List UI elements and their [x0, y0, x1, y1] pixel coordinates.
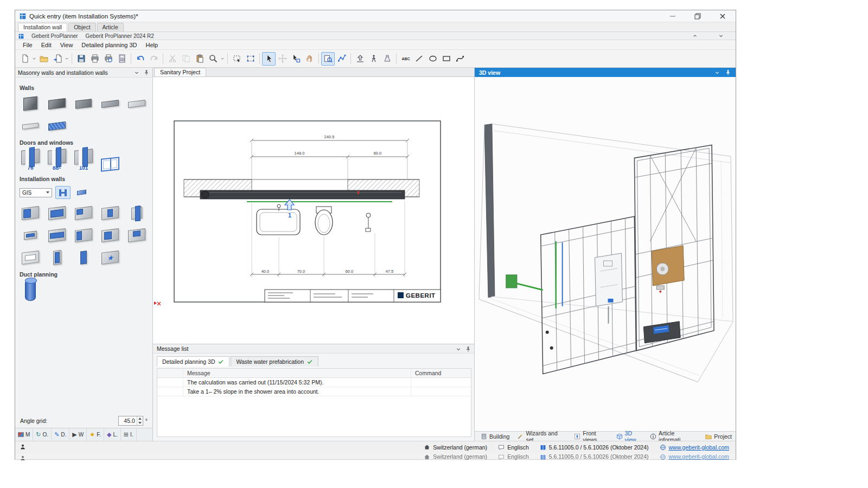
- palette-item-i4[interactable]: [99, 204, 121, 222]
- message-list-dropdown-icon[interactable]: [455, 345, 462, 352]
- palette-tab-m[interactable]: M: [15, 428, 33, 441]
- table-row[interactable]: Take a 1– 2% slope in the shower area in…: [157, 387, 471, 396]
- angle-grid-input[interactable]: 45.0: [118, 416, 143, 426]
- palette-item-door-76[interactable]: 76: [20, 150, 41, 171]
- view3d-dropdown-icon[interactable]: [714, 69, 720, 76]
- open-folder-button[interactable]: [37, 52, 50, 66]
- palette-tab-f[interactable]: ★F.: [87, 428, 104, 441]
- draw-curve-button[interactable]: [453, 52, 467, 66]
- undo-button[interactable]: [133, 52, 147, 66]
- palette-item-i8[interactable]: [73, 227, 94, 244]
- elevation-button[interactable]: [353, 52, 367, 66]
- palette-item-magic[interactable]: ★: [99, 249, 121, 266]
- palette-item-bluehatch[interactable]: [46, 117, 68, 134]
- print-preview-button[interactable]: [101, 52, 115, 66]
- palette-tab-o[interactable]: ↻O.: [33, 428, 52, 441]
- zoom-dropdown[interactable]: [220, 52, 225, 66]
- selection-dashed-button[interactable]: [230, 52, 244, 66]
- palette-item-panel[interactable]: [99, 95, 121, 112]
- palette-item-i10[interactable]: [126, 227, 148, 244]
- gis-combo[interactable]: GIS: [20, 188, 52, 197]
- angle-grid-down-button[interactable]: [137, 421, 143, 425]
- palette-tab-i[interactable]: ⊞I.: [121, 428, 137, 441]
- palette-tab-l[interactable]: ◆L.: [104, 428, 121, 441]
- palette-item-i13[interactable]: [73, 249, 94, 266]
- palette-tab-w[interactable]: ▶W: [69, 428, 87, 441]
- copy-button[interactable]: [179, 52, 193, 66]
- draw-ellipse-button[interactable]: [426, 52, 439, 66]
- move-button[interactable]: [276, 52, 289, 66]
- select-object-button[interactable]: [289, 52, 303, 66]
- document-tab[interactable]: Sanitary Project: [154, 68, 206, 76]
- palette-item-cube[interactable]: [20, 95, 41, 112]
- window-minimize-button[interactable]: [667, 12, 678, 21]
- menu-help[interactable]: Help: [142, 41, 163, 49]
- window-restore-button[interactable]: [692, 12, 703, 21]
- install-view-profile-button[interactable]: [55, 186, 71, 199]
- palette-item-panel2[interactable]: [126, 95, 148, 112]
- import-document-dropdown[interactable]: [64, 52, 69, 66]
- fitting-button[interactable]: [380, 52, 394, 66]
- view-tab-article-informati[interactable]: Article informati...: [646, 432, 701, 441]
- ribbon-expand-button[interactable]: [712, 33, 730, 39]
- user-icon[interactable]: [20, 443, 26, 450]
- palette-item-i11[interactable]: [20, 249, 41, 266]
- cursor-select-button[interactable]: [262, 52, 276, 66]
- paste-button[interactable]: [193, 52, 206, 66]
- palette-item-i1[interactable]: [20, 204, 41, 222]
- angle-grid-up-button[interactable]: [137, 416, 143, 421]
- palette-item-slab[interactable]: [46, 95, 68, 112]
- redo-button[interactable]: [147, 52, 161, 66]
- menu-file[interactable]: File: [18, 41, 37, 49]
- menu-edit[interactable]: Edit: [37, 41, 56, 49]
- table-row[interactable]: The calculation was carried out (11/15/2…: [157, 378, 471, 387]
- view3d-canvas[interactable]: [475, 77, 736, 431]
- palette-item-i2[interactable]: [46, 204, 68, 222]
- view-tab-front-views[interactable]: Front views: [570, 432, 612, 441]
- view-tab-wizards-and-set[interactable]: Wizards and set...: [513, 432, 570, 441]
- tab-article[interactable]: Article: [97, 23, 124, 31]
- pan-hand-button[interactable]: [303, 52, 316, 66]
- print-button[interactable]: [88, 52, 101, 66]
- drawing-canvas[interactable]: 240.5 148.0 60.0: [153, 77, 475, 344]
- palette-pin-icon[interactable]: [143, 69, 150, 76]
- view-tab-project[interactable]: Project: [701, 432, 736, 441]
- cut-button[interactable]: [165, 52, 179, 66]
- palette-item-duct[interactable]: [20, 281, 41, 299]
- window-close-button[interactable]: [717, 12, 728, 21]
- palette-item-i3[interactable]: [73, 204, 94, 222]
- zoom-button[interactable]: [206, 52, 220, 66]
- polyline-edit-button[interactable]: [335, 52, 348, 66]
- new-document-dropdown[interactable]: [31, 52, 37, 66]
- palette-tab-d[interactable]: ✎D.: [52, 428, 69, 441]
- palette-item-i6[interactable]: [20, 227, 41, 244]
- text-abc-button[interactable]: ABC: [399, 52, 412, 66]
- palette-item-i12[interactable]: [46, 249, 68, 266]
- palette-item-door-101[interactable]: 101: [73, 150, 94, 171]
- selection-frame-button[interactable]: [244, 52, 257, 66]
- tab-object[interactable]: Object: [68, 23, 95, 31]
- message-list-pin-icon[interactable]: [465, 345, 471, 352]
- install-view-slab-button[interactable]: [74, 186, 89, 199]
- palette-item-i7[interactable]: [46, 227, 68, 244]
- draw-rectangle-button[interactable]: [439, 52, 453, 66]
- palette-dropdown-icon[interactable]: [133, 69, 140, 76]
- message-tab-detailed-planning-3d[interactable]: Detailed planning 3D: [157, 356, 229, 367]
- palette-item-flat[interactable]: [20, 117, 41, 134]
- palette-item-door-88[interactable]: 88⁵: [46, 150, 68, 171]
- ribbon-collapse-button[interactable]: [686, 33, 704, 39]
- draw-line-button[interactable]: [412, 52, 426, 66]
- palette-item-slab2[interactable]: [73, 95, 94, 112]
- walkthrough-button[interactable]: [367, 52, 380, 66]
- tab-installation-wall[interactable]: Installation wall: [18, 23, 67, 31]
- zoom-detail-button[interactable]: [321, 52, 335, 66]
- view3d-pin-icon[interactable]: [725, 69, 731, 76]
- palette-item-i5[interactable]: [126, 204, 148, 222]
- menu-detailed-planning-3d[interactable]: Detailed planning 3D: [77, 41, 141, 49]
- save-button[interactable]: [74, 52, 88, 66]
- import-document-button[interactable]: [50, 52, 64, 66]
- message-tab-waste-water-prefabrication[interactable]: Waste water prefabrication: [231, 356, 318, 367]
- menu-view[interactable]: View: [56, 41, 78, 49]
- palette-item-window[interactable]: [99, 158, 121, 171]
- new-document-button[interactable]: [18, 52, 31, 66]
